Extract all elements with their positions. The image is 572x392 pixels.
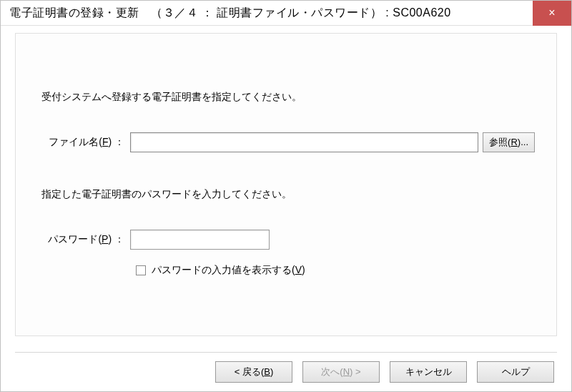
titlebar: 電子証明書の登録・更新 （３／４ ： 証明書ファイル・パスワード） : SC00…	[1, 1, 571, 26]
file-row: ファイル名(F) ： 参照(R)...	[37, 132, 535, 152]
show-password-checkbox[interactable]	[136, 265, 146, 275]
divider	[15, 352, 557, 353]
show-password-label: パスワードの入力値を表示する(V)	[152, 264, 305, 277]
back-button[interactable]: < 戻る(B)	[215, 361, 292, 383]
show-password-row[interactable]: パスワードの入力値を表示する(V)	[136, 264, 535, 277]
dialog-window: 電子証明書の登録・更新 （３／４ ： 証明書ファイル・パスワード） : SC00…	[0, 0, 572, 392]
close-icon: ×	[548, 6, 555, 19]
password-row: パスワード(P) ：	[37, 230, 535, 250]
password-label: パスワード(P) ：	[37, 233, 130, 246]
file-label: ファイル名(F) ：	[37, 136, 130, 149]
next-button: 次へ(N) >	[302, 361, 380, 383]
close-button[interactable]: ×	[533, 1, 571, 26]
filename-input[interactable]	[130, 132, 478, 152]
content-area: 受付システムへ登録する電子証明書を指定してください。 ファイル名(F) ： 参照…	[1, 26, 571, 391]
password-instruction: 指定した電子証明書のパスワードを入力してください。	[41, 188, 535, 201]
file-instruction: 受付システムへ登録する電子証明書を指定してください。	[41, 91, 535, 104]
password-input[interactable]	[130, 230, 270, 250]
browse-button[interactable]: 参照(R)...	[483, 132, 535, 152]
cancel-button[interactable]: キャンセル	[390, 361, 467, 383]
help-button[interactable]: ヘルプ	[477, 361, 554, 383]
window-title: 電子証明書の登録・更新 （３／４ ： 証明書ファイル・パスワード） : SC00…	[9, 6, 451, 21]
form-panel: 受付システムへ登録する電子証明書を指定してください。 ファイル名(F) ： 参照…	[15, 33, 557, 336]
button-bar: < 戻る(B) 次へ(N) > キャンセル ヘルプ	[15, 361, 557, 391]
